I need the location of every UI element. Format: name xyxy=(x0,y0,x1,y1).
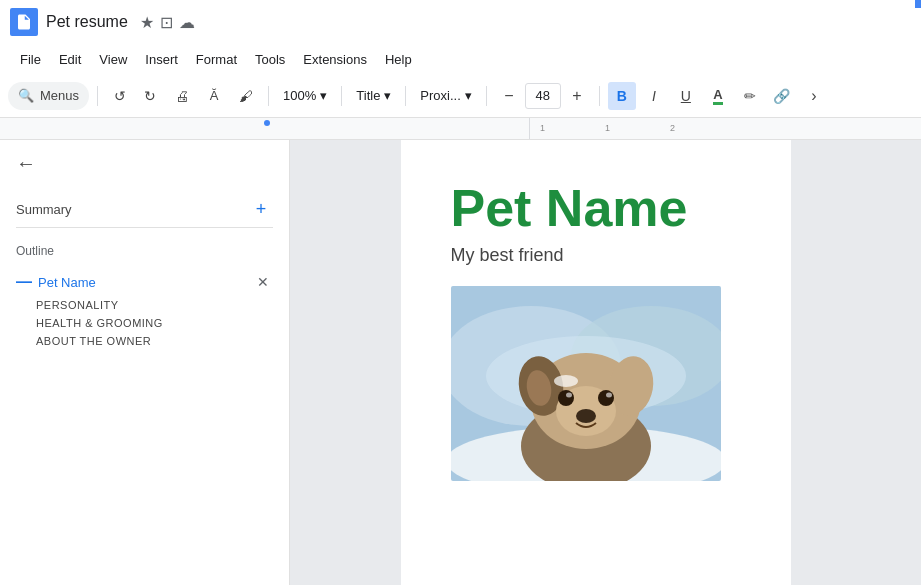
outline-item-inner: — Pet Name xyxy=(16,273,96,291)
search-icon: 🔍 xyxy=(18,88,34,103)
document-area: 1 2 3 Pet Name My best friend xyxy=(290,140,921,585)
summary-add-button[interactable]: + xyxy=(249,197,273,221)
svg-point-12 xyxy=(598,390,614,406)
print-button[interactable]: 🖨 xyxy=(168,82,196,110)
doc-title: Pet resume xyxy=(46,13,128,31)
outline-label: Outline xyxy=(16,244,273,258)
paint-format-button[interactable]: 🖌 xyxy=(232,82,260,110)
summary-row: Summary + xyxy=(16,191,273,228)
pet-name-heading: Pet Name xyxy=(451,180,751,237)
text-color-button[interactable]: A xyxy=(704,82,732,110)
bold-button[interactable]: B xyxy=(608,82,636,110)
title-actions: ★ ⊡ ☁ xyxy=(140,13,195,32)
toolbar: 🔍 Menus ↺ ↻ 🖨 Ă 🖌 100% ▾ Title ▾ Proxi.… xyxy=(0,74,921,118)
svg-point-13 xyxy=(566,393,572,398)
separator-4 xyxy=(405,86,406,106)
zoom-arrow: ▾ xyxy=(320,88,327,103)
style-label: Title xyxy=(356,88,380,103)
summary-label: Summary xyxy=(16,202,72,217)
outline-item-about-owner[interactable]: ABOUT THE OWNER xyxy=(16,332,273,350)
menu-view[interactable]: View xyxy=(91,48,135,71)
font-dropdown[interactable]: Proxi... ▾ xyxy=(414,82,477,110)
link-button[interactable]: 🔗 xyxy=(768,82,796,110)
cloud-icon[interactable]: ☁ xyxy=(179,13,195,32)
doc-subtitle: My best friend xyxy=(451,245,751,266)
separator-5 xyxy=(486,86,487,106)
folder-icon[interactable]: ⊡ xyxy=(160,13,173,32)
outline-pet-name-close[interactable]: ✕ xyxy=(253,272,273,292)
separator-6 xyxy=(599,86,600,106)
dog-image xyxy=(451,286,721,481)
menu-help[interactable]: Help xyxy=(377,48,420,71)
style-dropdown[interactable]: Title ▾ xyxy=(350,82,397,110)
menu-edit[interactable]: Edit xyxy=(51,48,89,71)
back-icon: ← xyxy=(16,152,36,175)
underline-button[interactable]: U xyxy=(672,82,700,110)
font-label: Proxi... xyxy=(420,88,460,103)
italic-button[interactable]: I xyxy=(640,82,668,110)
sidebar: ← Summary + Outline — Pet Name ✕ PERSONA… xyxy=(0,140,290,585)
menu-format[interactable]: Format xyxy=(188,48,245,71)
svg-point-11 xyxy=(558,390,574,406)
undo-redo-group: ↺ ↻ xyxy=(106,82,164,110)
svg-point-14 xyxy=(606,393,612,398)
svg-point-16 xyxy=(554,375,578,387)
search-menus-button[interactable]: 🔍 Menus xyxy=(8,82,89,110)
svg-point-15 xyxy=(576,409,596,423)
dog-illustration xyxy=(451,286,721,481)
font-size-input[interactable] xyxy=(525,83,561,109)
separator-1 xyxy=(97,86,98,106)
separator-2 xyxy=(268,86,269,106)
style-arrow: ▾ xyxy=(384,88,391,103)
outline-pet-name-label: Pet Name xyxy=(38,275,96,290)
redo-button[interactable]: ↻ xyxy=(136,82,164,110)
undo-button[interactable]: ↺ xyxy=(106,82,134,110)
menu-file[interactable]: File xyxy=(12,48,49,71)
outline-item-health-grooming[interactable]: HEALTH & GROOMING xyxy=(16,314,273,332)
outline-section: Outline — Pet Name ✕ PERSONALITY HEALTH … xyxy=(16,244,273,350)
ruler: 1 1 2 xyxy=(0,118,921,140)
menu-tools[interactable]: Tools xyxy=(247,48,293,71)
star-icon[interactable]: ★ xyxy=(140,13,154,32)
more-button[interactable]: › xyxy=(800,82,828,110)
zoom-value: 100% xyxy=(283,88,316,103)
outline-item-pet-name[interactable]: — Pet Name ✕ xyxy=(16,268,273,296)
main-content: ← Summary + Outline — Pet Name ✕ PERSONA… xyxy=(0,140,921,585)
text-color-label: A xyxy=(713,87,722,105)
search-label: Menus xyxy=(40,88,79,103)
doc-icon xyxy=(10,8,38,36)
font-size-decrease[interactable]: − xyxy=(495,82,523,110)
sidebar-back-button[interactable]: ← xyxy=(16,152,273,175)
font-size-increase[interactable]: + xyxy=(563,82,591,110)
separator-3 xyxy=(341,86,342,106)
outline-dash-icon: — xyxy=(16,273,32,291)
font-arrow: ▾ xyxy=(465,88,472,103)
spellcheck-button[interactable]: Ă xyxy=(200,82,228,110)
highlight-button[interactable]: ✏ xyxy=(736,82,764,110)
doc-page: Pet Name My best friend xyxy=(401,140,791,585)
font-size-control: − + xyxy=(495,82,591,110)
zoom-dropdown[interactable]: 100% ▾ xyxy=(277,82,333,110)
outline-item-personality[interactable]: PERSONALITY xyxy=(16,296,273,314)
menu-extensions[interactable]: Extensions xyxy=(295,48,375,71)
menu-bar: File Edit View Insert Format Tools Exten… xyxy=(0,44,921,74)
title-bar: Pet resume ★ ⊡ ☁ xyxy=(0,0,921,44)
menu-insert[interactable]: Insert xyxy=(137,48,186,71)
